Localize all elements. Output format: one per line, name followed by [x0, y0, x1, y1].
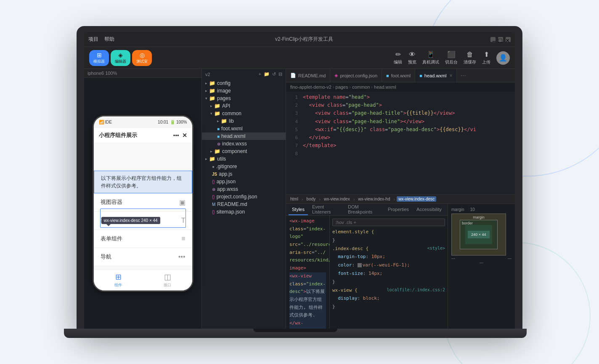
file-item-appwxss[interactable]: ⊛ app.wxss: [202, 185, 286, 193]
file-item-foot-wxml[interactable]: ■ foot.wxml: [202, 125, 286, 132]
file-item-project-config[interactable]: {} project.config.json: [202, 193, 286, 200]
action-edit[interactable]: ✏ 编辑: [394, 50, 402, 65]
tab-event-listeners[interactable]: Event Listeners: [309, 204, 344, 215]
config-label: config: [217, 80, 231, 86]
tab-more-button[interactable]: ···: [457, 69, 469, 82]
tab-foot-wxml[interactable]: ■ foot.wxml: [382, 69, 415, 82]
file-item-config[interactable]: 📁 config: [202, 79, 286, 87]
nav-dots[interactable]: ••• ✕: [173, 132, 187, 139]
file-item-index-wxss[interactable]: ⊛ index.wxss: [202, 140, 286, 148]
styles-content: element.style { } .index-desc { <style>: [332, 226, 445, 313]
file-item-sitemap[interactable]: {} sitemap.json: [202, 208, 286, 216]
action-preview[interactable]: 👁 预览: [408, 51, 416, 65]
action-clear-cache[interactable]: 🗑 清缓存: [464, 51, 476, 65]
tab-project-label: project.config.json: [340, 73, 377, 78]
styles-fs: font-size: 14px;: [332, 269, 445, 278]
file-item-image[interactable]: 📁 image: [202, 87, 286, 95]
devtools-panel: html › body › wx-view.index › wx-view.in…: [286, 194, 515, 329]
tab-head-close[interactable]: ×: [449, 73, 452, 79]
file-item-pages[interactable]: 📁 pages: [202, 95, 286, 102]
action-device-debug[interactable]: 📱 真机调试: [422, 50, 439, 65]
action-upload[interactable]: ⬆ 上传: [482, 50, 490, 65]
styles-display: display: block;: [332, 294, 445, 303]
index-desc-close: }: [332, 278, 445, 286]
clear-icon: 🗑: [466, 51, 473, 58]
devtools-content: <wx-image class="index-logo" src="../res…: [286, 216, 448, 329]
elem-body[interactable]: body: [305, 196, 318, 202]
component-item-view[interactable]: 视图容器 ▣: [94, 193, 192, 212]
file-item-appjs[interactable]: JS app.js: [202, 170, 286, 178]
file-item-appjson[interactable]: {} app.json: [202, 178, 286, 185]
tab-styles[interactable]: Styles: [289, 204, 308, 215]
user-avatar[interactable]: 👤: [496, 51, 510, 65]
maximize-button[interactable]: □: [498, 37, 503, 42]
elem-html[interactable]: html: [289, 196, 300, 202]
component-item-form[interactable]: 表单组件 ≡: [94, 230, 192, 248]
tab-readme[interactable]: 📄 README.md: [286, 69, 330, 82]
minimize-button[interactable]: －: [490, 37, 496, 42]
tab-dom-breakpoints[interactable]: DOM Breakpoints: [345, 204, 384, 215]
file-item-lib[interactable]: 📁 lib: [202, 117, 286, 125]
main-toolbar: ⊞ 模拟器 ◈ 编辑器 ◎ 测试室 ✏ 编辑: [84, 47, 515, 69]
nav-interface[interactable]: ◫ 接口: [143, 272, 192, 288]
phone-frame: 📶 IDE 10:01 🔋 100% 小程序组件展示 ••• ✕: [84, 78, 201, 329]
action-bg-label: 切后台: [445, 59, 458, 65]
file-item-api[interactable]: 📁 API: [202, 102, 286, 110]
tab-properties[interactable]: Properties: [384, 204, 412, 215]
line-content-4: <view class="page-head-line"></view>: [301, 118, 515, 126]
appjs-label: app.js: [219, 171, 232, 177]
line-content-3: <view class="page-head-title">{{title}}<…: [301, 109, 515, 117]
refresh-icon[interactable]: ↺: [272, 71, 276, 77]
elem-index-hd[interactable]: wx-view.index-hd: [356, 196, 392, 202]
action-clear-label: 清缓存: [464, 59, 476, 65]
line-num-7: 7: [286, 142, 301, 150]
testroom-button[interactable]: ◎ 测试室: [132, 50, 152, 66]
selected-component-area[interactable]: 以下将展示小程序官方组件能力，组件样式仅供参考。: [94, 171, 192, 193]
component-item-nav[interactable]: 导航 •••: [94, 248, 192, 266]
file-item-common[interactable]: 📁 common: [202, 110, 286, 117]
line-num-4: 4: [286, 118, 301, 126]
nav-component[interactable]: ⊞ 组件: [94, 272, 143, 288]
action-edit-label: 编辑: [394, 59, 402, 65]
phone-navbar: 小程序组件展示 ••• ✕: [94, 128, 192, 143]
styles-color: color: var(--weui-FG-1);: [332, 261, 445, 269]
editor-button[interactable]: ◈ 编辑器: [111, 50, 130, 66]
file-item-component[interactable]: 📁 component: [202, 148, 286, 155]
gitignore-icon: ●: [212, 164, 215, 169]
utils-label: utils: [217, 156, 226, 162]
elem-index[interactable]: wx-view.index: [322, 196, 352, 202]
editor-icon: ◈: [118, 52, 123, 58]
editor-tabs: 📄 README.md ◈ project.config.json ■ foot…: [286, 69, 515, 82]
tab-accessibility[interactable]: Accessibility: [413, 204, 445, 215]
appwxss-icon: ⊛: [212, 187, 215, 192]
component-list: 以下将展示小程序官方组件能力，组件样式仅供参考。 视图容器 ▣ 基础内容 T: [94, 143, 192, 266]
collapse-icon[interactable]: ⊟: [278, 71, 282, 77]
styles-filter-input[interactable]: [332, 219, 445, 226]
file-item-head-wxml[interactable]: ■ head.wxml: [202, 132, 286, 140]
tab-readme-label: README.md: [298, 73, 326, 78]
line-content-5: <wx:if="{{desc}}" class="page-head-desc"…: [301, 126, 515, 134]
new-file-icon[interactable]: +: [259, 71, 261, 77]
tab-project-config[interactable]: ◈ project.config.json: [330, 69, 382, 82]
component-view-label: 视图容器: [101, 198, 122, 206]
new-folder-icon[interactable]: 📁: [264, 71, 270, 77]
menu-project[interactable]: 项目: [88, 36, 98, 43]
head-wxml-label: head.wxml: [221, 133, 245, 139]
component-chevron: [210, 149, 212, 153]
preview-header: iphone6 100%: [84, 69, 201, 78]
box-bottom-dash: —: [451, 261, 512, 265]
simulator-button[interactable]: ⊞ 模拟器: [89, 50, 109, 66]
code-editor[interactable]: 1 <template name="head"> 2 <view class="…: [286, 92, 515, 194]
file-item-gitignore[interactable]: ● .gitignore: [202, 163, 286, 170]
file-item-readme[interactable]: M README.md: [202, 200, 286, 208]
file-item-utils[interactable]: 📁 utils: [202, 155, 286, 163]
action-background[interactable]: ⬛ 切后台: [445, 50, 458, 65]
tab-head-wxml[interactable]: ■ head.wxml ×: [415, 69, 457, 82]
nav-more-icon: •••: [173, 132, 179, 139]
window-controls: － □ ×: [490, 37, 511, 42]
image-label: image: [217, 88, 231, 94]
tab-head-icon: ■: [419, 73, 422, 78]
menu-help[interactable]: 帮助: [104, 36, 114, 43]
elem-index-desc[interactable]: wx-view.index-desc: [397, 196, 436, 202]
close-button[interactable]: ×: [506, 37, 511, 42]
